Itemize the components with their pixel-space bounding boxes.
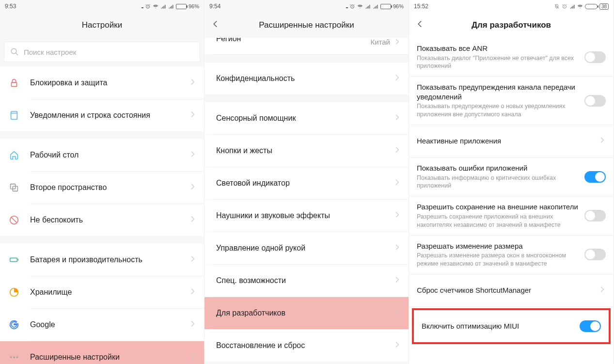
signal-icon <box>569 3 575 9</box>
settings-row[interactable]: Показывать ошибки приложенийПоказывать и… <box>409 158 614 196</box>
settings-row[interactable]: Сенсорный помощник <box>205 102 409 134</box>
settings-row[interactable]: Разрешать изменение размераРазрешать изм… <box>409 236 614 274</box>
toggle-switch[interactable] <box>584 51 606 63</box>
status-right: 38 <box>554 3 609 10</box>
settings-row[interactable]: Показывать предупреждения канала передач… <box>409 77 614 125</box>
chevron-right-icon <box>189 320 196 330</box>
row-label: Разрешать изменение размера <box>417 241 584 251</box>
toggle-switch[interactable] <box>584 171 606 183</box>
settings-row[interactable]: Хранилище <box>0 276 204 308</box>
status-bar: 9:54 ... 96% <box>205 0 409 13</box>
notif-icon <box>9 110 30 121</box>
toggle-switch[interactable] <box>584 95 606 107</box>
settings-row[interactable]: Спец. возможности <box>205 265 409 297</box>
row-label: Для разработчиков <box>216 308 393 318</box>
highlight-box: Включить оптимизацию MIUI <box>412 308 611 344</box>
settings-row[interactable]: Расширенные настройки <box>0 341 204 364</box>
signal-icon <box>168 3 174 9</box>
settings-row[interactable]: Батарея и производительность <box>0 244 204 276</box>
alarm-icon <box>145 3 151 9</box>
battery-icon <box>9 254 30 265</box>
settings-row[interactable]: Управление одной рукой <box>205 232 409 264</box>
search-input[interactable]: Поиск настроек <box>4 42 200 62</box>
settings-row[interactable]: Неактивные приложения <box>409 125 614 157</box>
settings-row[interactable]: Сброс счетчиков ShortcutManager <box>409 274 614 306</box>
svg-point-11 <box>16 356 18 358</box>
row-subtitle: Разрешать изменение размера окон в много… <box>417 252 584 268</box>
svg-rect-7 <box>10 258 17 261</box>
dual-icon <box>9 182 30 193</box>
settings-row[interactable]: Рабочий стол <box>0 139 204 171</box>
chevron-right-icon <box>393 74 401 83</box>
more-icon <box>9 352 30 363</box>
row-label: Конфиденциальность <box>216 74 393 84</box>
settings-row[interactable]: Показывать все ANRПоказывать диалог "При… <box>409 38 614 76</box>
settings-row[interactable]: Кнопки и жесты <box>205 135 409 167</box>
settings-row[interactable]: Второе пространство <box>0 172 204 204</box>
chevron-right-icon <box>189 215 196 225</box>
signal-icon <box>373 3 378 9</box>
status-time: 15:52 <box>414 3 428 10</box>
svg-rect-2 <box>12 82 17 86</box>
row-label: Батарея и производительность <box>30 255 189 265</box>
toggle-switch[interactable] <box>584 210 606 222</box>
alarm-icon <box>349 3 355 9</box>
row-label: Восстановление и сброс <box>216 341 393 351</box>
row-subtitle: Разрешить сохранение приложений на внешн… <box>417 213 584 229</box>
wifi-icon <box>577 3 583 9</box>
settings-row[interactable]: Уведомления и строка состояния <box>0 99 204 131</box>
back-button[interactable] <box>416 20 425 31</box>
chevron-right-icon <box>393 178 401 188</box>
settings-row[interactable]: Включить оптимизацию MIUI <box>414 310 609 342</box>
chevron-right-icon <box>393 38 401 47</box>
signal-icon <box>365 3 371 9</box>
signal-icon <box>160 3 166 9</box>
status-time: 9:54 <box>209 3 220 10</box>
row-label: Кнопки и жесты <box>216 146 393 156</box>
settings-row[interactable]: Наушники и звуковые эффекты <box>205 200 409 232</box>
battery-icon <box>176 4 187 9</box>
dnd-icon <box>9 215 30 225</box>
toggle-switch[interactable] <box>580 320 601 332</box>
chevron-right-icon <box>393 341 401 350</box>
row-label: Хранилище <box>30 287 189 298</box>
settings-row[interactable]: Конфиденциальность <box>205 63 409 95</box>
storage-icon <box>9 287 30 298</box>
status-right: ... 96% <box>141 3 199 10</box>
search-icon <box>10 47 19 56</box>
battery-icon <box>585 4 598 9</box>
settings-row[interactable]: Google <box>0 309 204 341</box>
settings-row[interactable]: Блокировка и защита <box>0 67 204 99</box>
settings-row[interactable]: Разрешить сохранение на внешние накопите… <box>409 196 614 235</box>
chevron-right-icon <box>598 285 606 295</box>
settings-row[interactable]: Восстановление и сброс <box>205 330 409 362</box>
chevron-right-icon <box>393 276 401 285</box>
row-label: Расширенные настройки <box>30 352 189 363</box>
chevron-right-icon <box>189 111 196 120</box>
svg-point-9 <box>10 356 12 358</box>
row-label: Показывать предупреждения канала передач… <box>417 82 584 101</box>
settings-row[interactable]: Не беспокоить <box>0 204 204 236</box>
chevron-right-icon <box>189 183 196 192</box>
wifi-icon <box>153 3 158 9</box>
page-title: Расширенные настройки <box>205 13 409 38</box>
chevron-right-icon <box>393 113 401 123</box>
chevron-right-icon <box>393 308 401 318</box>
row-subtitle: Показывать диалог "Приложение не отвечае… <box>417 54 584 71</box>
settings-row-region[interactable]: Регион Китай <box>205 38 409 54</box>
toggle-switch[interactable] <box>584 249 606 260</box>
bell-off-icon <box>554 3 560 9</box>
row-label: Управление одной рукой <box>216 243 393 253</box>
row-label: Уведомления и строка состояния <box>30 111 189 121</box>
row-label: Блокировка и защита <box>30 78 189 88</box>
alarm-icon <box>562 3 567 9</box>
status-bar: 15:52 38 <box>409 0 614 13</box>
settings-row[interactable]: Световой индикатор <box>205 167 409 199</box>
svg-point-1 <box>11 48 16 54</box>
row-label: Не беспокоить <box>30 215 189 225</box>
row-label: Разрешить сохранение на внешние накопите… <box>417 202 584 212</box>
back-button[interactable] <box>211 20 220 31</box>
chevron-right-icon <box>189 255 196 265</box>
battery-icon <box>380 4 391 9</box>
settings-row[interactable]: Для разработчиков <box>205 297 409 329</box>
